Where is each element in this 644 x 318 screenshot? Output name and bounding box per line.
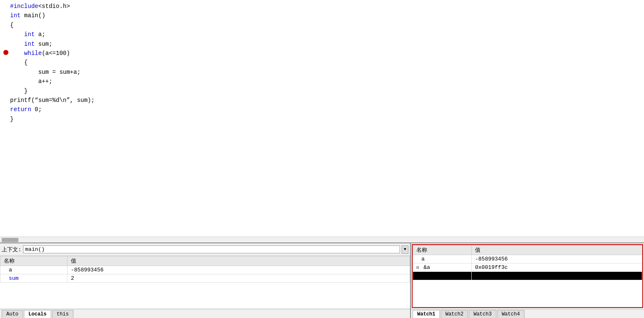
locals-col-value: 值	[68, 256, 410, 266]
breakpoint-col	[3, 49, 10, 58]
code-line: sum = sum+a;	[0, 68, 644, 77]
watch-var-name: a	[413, 255, 472, 263]
bottom-panel: 上下文: ▼ 名称 值 a-858993456sum2 AutoLocalsth…	[0, 242, 644, 318]
code-line: {	[0, 58, 644, 67]
code-line: a++;	[0, 77, 644, 86]
code-text: printf(“sum=%d\n”, sum);	[10, 96, 641, 105]
code-line: }	[0, 115, 644, 124]
context-label: 上下文:	[2, 246, 21, 253]
code-text: return 0;	[10, 105, 641, 114]
local-var-value: -858993456	[68, 266, 410, 274]
locals-panel: 上下文: ▼ 名称 值 a-858993456sum2 AutoLocalsth…	[0, 243, 411, 318]
watch-tab-watch3[interactable]: Watch3	[469, 310, 496, 318]
table-row: ⊞ &a0x0019ff3c	[413, 263, 642, 272]
tab-this[interactable]: this	[52, 310, 73, 318]
expand-icon[interactable]: ⊞	[416, 265, 422, 270]
code-text: int main()	[10, 11, 641, 20]
code-text: {	[10, 21, 641, 30]
code-text: int sum;	[10, 39, 641, 49]
table-row: a-858993456	[0, 266, 410, 274]
code-text: int a;	[10, 30, 641, 39]
code-line: while(a<=100)	[0, 49, 644, 58]
watch-var-value: -858993456	[472, 255, 642, 263]
code-text: while(a<=100)	[10, 49, 641, 58]
tab-locals[interactable]: Locals	[24, 310, 51, 318]
scrollbar-thumb[interactable]	[2, 238, 18, 242]
local-var-value: 2	[68, 274, 410, 283]
code-line: {	[0, 21, 644, 30]
code-line: int sum;	[0, 39, 644, 49]
context-bar: 上下文: ▼	[0, 243, 410, 256]
locals-table: 名称 值 a-858993456sum2	[0, 256, 410, 309]
code-line: }	[0, 86, 644, 96]
watch-empty-row	[413, 272, 642, 280]
watch-var-value: 0x0019ff3c	[472, 263, 642, 272]
watch-black-cell	[413, 272, 472, 280]
watch-var-name: ⊞ &a	[413, 263, 472, 272]
context-input[interactable]	[23, 245, 400, 253]
local-var-name: sum	[0, 274, 68, 283]
locals-tab-bar: AutoLocalsthis	[0, 309, 410, 318]
watch-col-value: 值	[472, 245, 642, 255]
local-var-name: a	[0, 266, 68, 274]
code-line: int main()	[0, 11, 644, 20]
code-text: a++;	[10, 77, 641, 86]
context-dropdown-btn[interactable]: ▼	[402, 245, 408, 254]
code-text: }	[10, 86, 641, 96]
watch-panel: 名称 值 a-858993456⊞ &a0x0019ff3c Watch1Wat…	[411, 243, 644, 318]
code-line: #include<stdio.h>	[0, 2, 644, 11]
watch-black-cell	[472, 272, 642, 280]
watch-tab-watch2[interactable]: Watch2	[441, 310, 468, 318]
tab-auto[interactable]: Auto	[2, 310, 23, 318]
code-line: return 0;	[0, 105, 644, 114]
code-line: printf(“sum=%d\n”, sum);	[0, 96, 644, 105]
code-line: int a;	[0, 30, 644, 39]
table-row: sum2	[0, 274, 410, 283]
locals-col-name: 名称	[0, 256, 68, 266]
code-editor: #include<stdio.h>int main(){ int a; int …	[0, 0, 644, 237]
code-text: sum = sum+a;	[10, 68, 641, 77]
watch-table: 名称 值 a-858993456⊞ &a0x0019ff3c	[412, 244, 643, 308]
code-text: {	[10, 58, 641, 67]
watch-col-name: 名称	[413, 245, 472, 255]
code-text: }	[10, 115, 641, 124]
watch-tab-watch4[interactable]: Watch4	[497, 310, 525, 318]
breakpoint-dot	[3, 50, 8, 55]
table-row: a-858993456	[413, 255, 642, 263]
code-text: #include<stdio.h>	[10, 2, 641, 11]
watch-tab-watch1[interactable]: Watch1	[413, 310, 440, 318]
watch-tab-bar: Watch1Watch2Watch3Watch4	[411, 309, 644, 318]
horizontal-scrollbar[interactable]	[0, 237, 644, 242]
